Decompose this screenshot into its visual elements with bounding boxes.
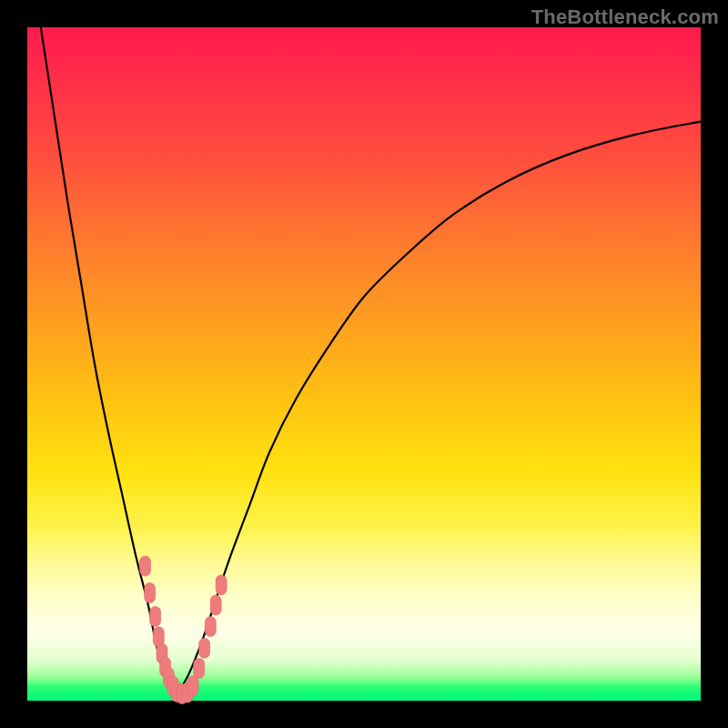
marker [205,617,216,637]
right-curve [176,122,701,698]
curve-group [41,27,701,697]
marker [150,607,161,627]
outer-frame: TheBottleneck.com [0,0,728,728]
marker [194,658,205,678]
marker [140,556,151,576]
marker [216,575,227,595]
chart-svg [27,27,701,701]
plot-area [27,27,701,701]
marker [210,595,221,615]
marker [145,583,156,603]
watermark-text: TheBottleneck.com [531,5,719,29]
marker [187,676,198,696]
marker [199,638,210,658]
